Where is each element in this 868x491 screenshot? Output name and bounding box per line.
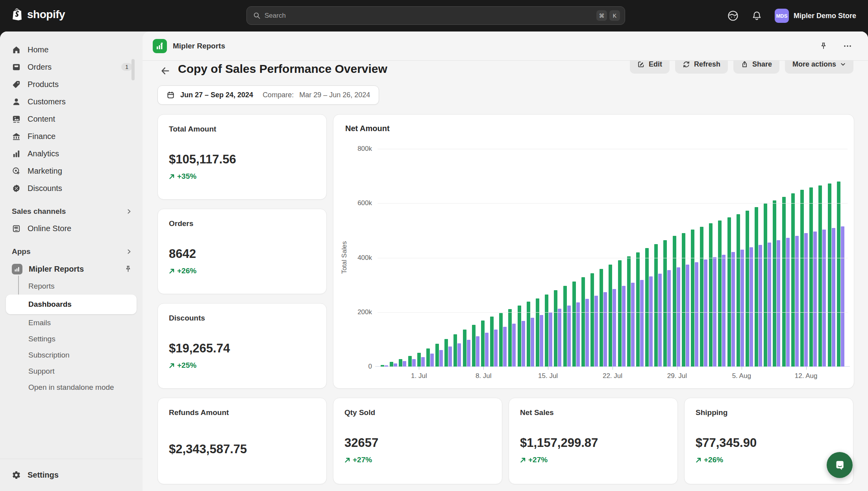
- back-button[interactable]: [160, 65, 171, 76]
- sidebar-scrollbar-thumb[interactable]: [131, 59, 135, 80]
- chevron-down-icon: [840, 61, 846, 67]
- sidebar-section-apps[interactable]: Apps: [0, 243, 143, 260]
- chart-bar: [764, 204, 767, 367]
- chart-bar: [809, 187, 813, 367]
- chart-bar: [609, 265, 612, 367]
- sidebar-subitem-emails[interactable]: Emails: [0, 315, 143, 331]
- trend-up-icon: [696, 457, 701, 463]
- chart-bar: [695, 262, 698, 367]
- chart-bar: [658, 274, 662, 367]
- date-range-picker[interactable]: Jun 27 – Sep 24, 2024 Compare: Mar 29 – …: [157, 85, 379, 105]
- kbd-k: K: [609, 10, 620, 21]
- chart-bar: [822, 230, 826, 367]
- sidebar-item-discounts[interactable]: Discounts: [0, 180, 143, 197]
- chat-bubble-icon: [833, 458, 846, 472]
- sidebar-subitem-subscription[interactable]: Subscription: [0, 347, 143, 363]
- store-menu[interactable]: MDS Mipler Demo Store: [775, 9, 856, 23]
- chart-bar: [645, 248, 649, 367]
- chart-bar: [485, 333, 489, 367]
- sidebar-item-finance[interactable]: Finance: [0, 128, 143, 145]
- chart-bar: [777, 240, 780, 367]
- chat-launcher-button[interactable]: [827, 452, 853, 478]
- pin-icon[interactable]: [819, 42, 828, 50]
- chart-plot: 800k600k400k200k01. Jul8. Jul15. Jul22. …: [378, 149, 848, 367]
- home-icon: [12, 45, 21, 54]
- chart-x-tick-label: 8. Jul: [476, 372, 492, 380]
- chart-bar: [800, 190, 804, 367]
- metric-card-orders: Orders 8642 +26%: [157, 209, 327, 294]
- chart-bar: [704, 259, 707, 367]
- chart-title: Net Amount: [345, 124, 390, 133]
- tag-icon: [12, 80, 21, 89]
- shopify-wordmark: shopify: [27, 8, 65, 21]
- pin-icon[interactable]: [124, 265, 132, 273]
- chart-bar: [618, 260, 622, 367]
- chart-bar: [567, 306, 571, 367]
- chart-bar: [590, 273, 594, 367]
- chart-bar: [531, 318, 534, 367]
- chart-bar: [750, 247, 753, 367]
- chart-bar: [813, 232, 817, 367]
- sidekick-icon[interactable]: [727, 10, 739, 22]
- sidebar-item-products[interactable]: Products: [0, 76, 143, 93]
- chart-bar: [430, 354, 434, 367]
- app-header: Mipler Reports: [143, 31, 868, 61]
- trend-up-icon: [169, 363, 175, 369]
- notifications-bell-icon[interactable]: [751, 11, 762, 21]
- sidebar-item-label: Online Store: [28, 224, 132, 233]
- sidebar-item-label: Home: [28, 45, 132, 54]
- sidebar-item-label: Discounts: [28, 184, 132, 193]
- sidebar-item-orders[interactable]: Orders 1: [0, 58, 143, 76]
- target-cursor-icon: [12, 167, 21, 176]
- chart-bar: [394, 363, 397, 367]
- sidebar-item-mipler-reports[interactable]: Mipler Reports: [0, 260, 143, 278]
- chart-y-tick-label: 200k: [357, 308, 372, 316]
- storefront-icon: [12, 224, 21, 233]
- sidebar-subitem-dashboards[interactable]: Dashboards: [0, 294, 143, 315]
- chart-bar: [549, 312, 552, 367]
- mipler-app-icon-header: [153, 39, 167, 53]
- discount-badge-icon: [12, 184, 21, 193]
- more-menu-icon[interactable]: [843, 41, 852, 51]
- chart-bar: [755, 207, 758, 367]
- person-icon: [12, 97, 21, 106]
- chart-x-tick-label: 5. Aug: [732, 372, 751, 380]
- sidebar-item-analytics[interactable]: Analytics: [0, 145, 143, 162]
- chart-bar: [773, 200, 776, 367]
- shopify-bag-icon: [12, 8, 24, 21]
- chart-bar: [518, 306, 521, 367]
- sidebar-item-home[interactable]: Home: [0, 41, 143, 58]
- metric-card-net-sales: Net Sales $1,157,299.87 +27%: [509, 398, 678, 484]
- main-area: Mipler Reports Edit Refresh: [143, 31, 868, 491]
- chart-x-tick-mark: [806, 367, 807, 370]
- sidebar-item-customers[interactable]: Customers: [0, 93, 143, 110]
- chart-x-tick-mark: [613, 367, 613, 370]
- sidebar-subitem-standalone[interactable]: Open in standalone mode: [0, 379, 143, 395]
- orders-icon: [12, 63, 21, 72]
- kbd-cmd: ⌘: [596, 10, 607, 21]
- sidebar-subitem-reports[interactable]: Reports: [0, 278, 143, 294]
- sidebar-section-sales-channels[interactable]: Sales channels: [0, 203, 143, 220]
- metric-card-qty-sold: Qty Sold 32657 +27%: [333, 398, 502, 484]
- sidebar-subitem-support[interactable]: Support: [0, 363, 143, 379]
- chart-x-tick-mark: [742, 367, 742, 370]
- chart-bar: [795, 236, 799, 367]
- search-input[interactable]: Search ⌘ K: [246, 6, 625, 25]
- chart-bar: [503, 327, 507, 367]
- sidebar-item-settings[interactable]: Settings: [0, 459, 143, 491]
- chart-x-tick-mark: [419, 367, 419, 370]
- chart-bar: [759, 245, 762, 367]
- chart-bar: [476, 336, 479, 367]
- sidebar-item-online-store[interactable]: Online Store: [0, 220, 143, 237]
- sidebar-item-content[interactable]: Content: [0, 110, 143, 128]
- orders-count-badge: 1: [121, 63, 132, 71]
- chart-bar: [385, 365, 388, 367]
- sidebar-subitem-settings[interactable]: Settings: [0, 331, 143, 347]
- sidebar-item-marketing[interactable]: Marketing: [0, 162, 143, 180]
- chart-y-tick-label: 600k: [357, 199, 372, 207]
- chart-bar: [399, 359, 402, 367]
- trend-up-icon: [169, 174, 175, 180]
- chart-x-tick-label: 22. Jul: [603, 372, 622, 380]
- shopify-logo[interactable]: shopify: [12, 8, 65, 21]
- search-placeholder: Search: [265, 12, 594, 20]
